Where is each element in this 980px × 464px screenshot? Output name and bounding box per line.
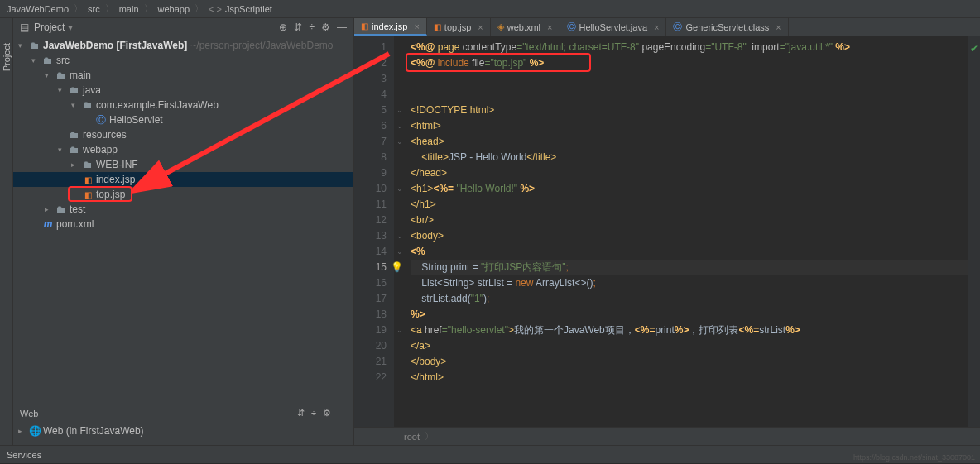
collapse-icon[interactable]: ÷ [311,408,316,419]
code-line[interactable]: </html> [411,370,968,385]
code-line[interactable]: </a> [411,338,968,354]
code-line[interactable] [411,87,968,103]
code-line[interactable]: </head> [411,165,968,181]
code-line[interactable]: strList.add("1"); [411,291,968,307]
code-line[interactable]: <head> [411,134,968,150]
code-line[interactable]: <%@ page contentType="text/html; charset… [411,40,968,55]
tree-item[interactable]: ◧index.jsp [13,172,353,187]
code-line[interactable]: <!DOCTYPE html> [411,103,968,118]
close-icon[interactable]: × [654,22,659,32]
code-line[interactable]: <a href="hello-servlet">我的第一个JavaWeb项目，<… [411,323,968,338]
expand-icon[interactable]: ⇵ [297,408,305,419]
code-line[interactable]: <% [411,244,968,260]
breadcrumb-item[interactable]: main [119,4,139,14]
expand-icon[interactable]: ⇵ [294,22,302,33]
tree-item[interactable]: ▾🖿main [13,68,353,83]
target-icon[interactable]: ⊕ [279,22,287,33]
code-line[interactable]: <%@ include file="top.jsp" %> [411,55,968,71]
breadcrumb-bar: JavaWebDemo src main webapp < > JspScrip… [0,0,980,18]
bulb-icon[interactable]: 💡 [391,260,403,275]
gear-icon[interactable]: ⚙ [321,22,330,33]
editor-tab[interactable]: ◧index.jsp× [354,18,427,36]
project-panel-title[interactable]: Project ▾ [34,22,274,33]
tree-item[interactable]: ▾🖿com.example.FirstJavaWeb [13,98,353,112]
code-line[interactable]: List<String> strList = new ArrayList<>()… [411,275,968,291]
hide-icon[interactable]: — [337,22,347,33]
tree-item[interactable]: ◧top.jsp [13,187,353,202]
editor-tab[interactable]: ⒸHelloServlet.java× [560,18,667,36]
watermark: https://blog.csdn.net/sinat_33087001 [853,453,975,462]
left-tool-strip[interactable]: Project [0,18,13,445]
tree-item[interactable]: ⒸHelloServlet [13,112,353,127]
close-icon[interactable]: × [478,22,483,32]
line-gutter: 12345678910111213141516171819202122 [354,36,394,427]
breadcrumb-item[interactable]: JspScriptlet [225,4,272,14]
hide-icon[interactable]: — [338,408,347,419]
project-toolstrip-label: Project [2,43,12,71]
tree-item[interactable]: ▾🖿JavaWebDemo [FirstJavaWeb]~/person-pro… [13,38,353,53]
tree-item[interactable]: ▸🖿WEB-INF [13,157,353,172]
editor-breadcrumb[interactable]: root〉 [354,427,980,445]
code-line[interactable]: </h1> [411,197,968,213]
services-tab[interactable]: Services [7,450,41,460]
status-bar: Services [0,445,980,463]
editor-marker-bar[interactable]: ✔ [968,36,980,427]
tree-item[interactable]: mpom.xml [13,217,353,232]
code-line[interactable]: <h1><%= "Hello World!" %> [411,181,968,197]
code-line[interactable]: </body> [411,354,968,370]
close-icon[interactable]: × [776,22,781,32]
tree-item[interactable]: ▸🖿test [13,202,353,217]
web-panel-header[interactable]: Web ⇵ ÷ ⚙ — [13,404,353,422]
editor-tab[interactable]: ◈web.xml× [491,18,560,36]
web-tree-item[interactable]: ▸🌐 Web (in FirstJavaWeb) [13,423,353,438]
check-icon: ✔ [970,43,978,55]
editor-tabs: ◧index.jsp×◧top.jsp×◈web.xml×ⒸHelloServl… [354,18,980,36]
collapse-icon[interactable]: ÷ [309,22,315,33]
project-tree[interactable]: ▾🖿JavaWebDemo [FirstJavaWeb]~/person-pro… [13,36,353,404]
tree-item[interactable]: ▾🖿java [13,83,353,98]
close-icon[interactable]: × [414,22,419,31]
tree-item[interactable]: ▾🖿webapp [13,142,353,157]
code-line[interactable] [411,71,968,87]
breadcrumb-item[interactable]: src [88,4,100,14]
close-icon[interactable]: × [547,22,552,32]
editor-tab[interactable]: ◧top.jsp× [427,18,491,36]
code-line[interactable]: <body> [411,228,968,244]
code-line[interactable]: <html> [411,118,968,134]
tree-item[interactable]: ▾🖿src [13,53,353,68]
editor-tab[interactable]: ⒸGenericServlet.class× [666,18,788,36]
code-editor[interactable]: <%@ page contentType="text/html; charset… [406,36,968,427]
code-line[interactable]: 💡 String print = "打印JSP内容语句"; [411,260,968,275]
breadcrumb-item[interactable]: JavaWebDemo [7,4,69,14]
fold-column[interactable]: ⌄⌄⌄⌄⌄⌄⌄ [394,36,406,427]
code-line[interactable]: %> [411,307,968,323]
gear-icon[interactable]: ⚙ [323,408,331,419]
code-line[interactable]: <title>JSP - Hello World</title> [411,150,968,165]
tree-item[interactable]: 🖿resources [13,127,353,142]
project-panel-header: ▤ Project ▾ ⊕ ⇵ ÷ ⚙ — [13,18,353,36]
breadcrumb-item[interactable]: webapp [158,4,190,14]
code-line[interactable]: <br/> [411,213,968,228]
